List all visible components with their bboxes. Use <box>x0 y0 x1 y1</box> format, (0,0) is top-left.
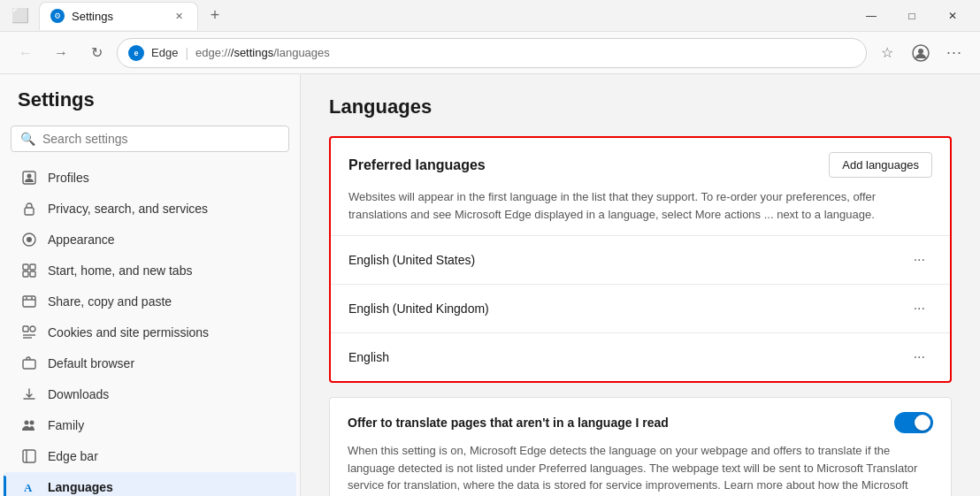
translate-toggle[interactable] <box>894 412 933 433</box>
svg-point-6 <box>27 237 32 242</box>
svg-text:A: A <box>24 481 33 494</box>
start-icon <box>21 263 37 279</box>
preferred-languages-desc: Websites will appear in the first langua… <box>331 188 950 236</box>
sidebar-label-edgebar: Edge bar <box>48 449 98 463</box>
profiles-icon <box>21 170 37 186</box>
privacy-icon <box>21 201 37 217</box>
sidebar-item-languages[interactable]: A Languages <box>4 472 296 496</box>
sidebar-label-privacy: Privacy, search, and services <box>48 202 208 216</box>
sidebar-item-share[interactable]: Share, copy and paste <box>4 286 296 317</box>
downloads-icon <box>21 386 37 402</box>
sidebar-item-profiles[interactable]: Profiles <box>4 163 296 193</box>
family-icon <box>21 417 37 433</box>
brand-name: Edge <box>151 46 178 59</box>
sidebar-item-family[interactable]: Family <box>4 410 296 440</box>
sidebar-icon: ⬜ <box>11 7 29 24</box>
edge-logo-icon: e <box>128 45 144 61</box>
favorites-button[interactable]: ☆ <box>872 38 902 68</box>
language-more-button-1[interactable]: ··· <box>907 297 932 320</box>
add-languages-button[interactable]: Add languages <box>829 152 932 178</box>
tab-close-button[interactable]: ✕ <box>171 8 187 24</box>
search-input[interactable] <box>42 132 279 146</box>
svg-point-3 <box>27 174 32 179</box>
section-header: Preferred languages Add languages <box>331 138 950 188</box>
title-bar: ⬜ ⚙ Settings ✕ + — □ ✕ <box>0 0 980 32</box>
svg-point-15 <box>25 421 29 425</box>
new-tab-button[interactable]: + <box>202 3 228 29</box>
sidebar-item-edgebar[interactable]: Edge bar <box>4 441 296 471</box>
sidebar-title: Settings <box>0 88 300 126</box>
sidebar-item-downloads[interactable]: Downloads <box>4 379 296 409</box>
translate-header: Offer to translate pages that aren't in … <box>348 412 933 433</box>
svg-point-16 <box>30 421 34 425</box>
language-name-0: English (United States) <box>348 253 475 267</box>
language-name-1: English (United Kingdom) <box>348 301 489 316</box>
sidebar-toggle-btn[interactable]: ⬜ <box>7 3 34 29</box>
svg-rect-12 <box>23 326 28 332</box>
content-area: Languages Preferred languages Add langua… <box>301 74 980 496</box>
address-text: edge:///settings/languages <box>195 46 855 59</box>
page-title: Languages <box>329 95 952 118</box>
svg-rect-10 <box>30 271 35 277</box>
language-more-button-2[interactable]: ··· <box>907 346 932 369</box>
sidebar-label-downloads: Downloads <box>48 387 109 401</box>
translate-card: Offer to translate pages that aren't in … <box>329 397 952 496</box>
edgebar-icon <box>21 448 37 464</box>
nav-bar: ← → ↻ e Edge | edge:///settings/language… <box>0 32 980 74</box>
search-box[interactable]: 🔍 <box>11 126 289 152</box>
search-icon: 🔍 <box>20 132 35 146</box>
share-icon <box>21 294 37 309</box>
sidebar-label-profiles: Profiles <box>48 171 89 185</box>
close-button[interactable]: ✕ <box>932 2 973 30</box>
more-button[interactable]: ··· <box>939 38 969 68</box>
default-icon <box>21 355 37 371</box>
language-item-2: English ··· <box>331 333 950 381</box>
appearance-icon <box>21 232 37 248</box>
sidebar: Settings 🔍 Profiles Privacy, search, and… <box>0 74 301 496</box>
translate-title: Offer to translate pages that aren't in … <box>348 416 880 430</box>
preferred-languages-title: Preferred languages <box>348 157 486 173</box>
svg-rect-11 <box>23 296 35 307</box>
svg-rect-4 <box>25 208 34 215</box>
sidebar-item-appearance[interactable]: Appearance <box>4 225 296 255</box>
sidebar-item-privacy[interactable]: Privacy, search, and services <box>4 194 296 224</box>
window-controls: — □ ✕ <box>851 2 973 30</box>
nav-right-buttons: ☆ ··· <box>872 38 969 68</box>
sidebar-label-start: Start, home, and new tabs <box>48 263 192 278</box>
sidebar-item-default[interactable]: Default browser <box>4 348 296 378</box>
maximize-button[interactable]: □ <box>892 2 932 30</box>
svg-rect-9 <box>23 271 28 277</box>
address-bold: /settings <box>231 46 273 59</box>
minimize-button[interactable]: — <box>851 2 892 30</box>
tab-title: Settings <box>72 10 113 23</box>
sidebar-label-default: Default browser <box>48 356 134 370</box>
cookies-icon <box>21 324 37 340</box>
sidebar-label-share: Share, copy and paste <box>48 294 172 309</box>
back-button[interactable]: ← <box>11 38 41 68</box>
settings-tab[interactable]: ⚙ Settings ✕ <box>39 2 198 30</box>
preferred-languages-card: Preferred languages Add languages Websit… <box>329 136 952 383</box>
sidebar-label-cookies: Cookies and site permissions <box>48 325 209 340</box>
refresh-button[interactable]: ↻ <box>81 38 111 68</box>
language-name-2: English <box>348 350 389 364</box>
svg-point-13 <box>30 326 35 332</box>
sidebar-item-cookies[interactable]: Cookies and site permissions <box>4 317 296 347</box>
language-item-1: English (United Kingdom) ··· <box>331 285 950 333</box>
svg-rect-17 <box>23 450 35 462</box>
address-separator: | <box>185 46 188 60</box>
sidebar-label-languages: Languages <box>48 480 113 494</box>
toggle-thumb <box>915 415 930 431</box>
forward-button[interactable]: → <box>46 38 76 68</box>
main-layout: Settings 🔍 Profiles Privacy, search, and… <box>0 74 980 496</box>
sidebar-item-start[interactable]: Start, home, and new tabs <box>4 256 296 286</box>
sidebar-label-family: Family <box>48 418 84 432</box>
language-more-button-0[interactable]: ··· <box>907 248 932 271</box>
translate-description: When this setting is on, Microsoft Edge … <box>348 442 933 496</box>
address-bar[interactable]: e Edge | edge:///settings/languages <box>117 38 867 68</box>
sidebar-label-appearance: Appearance <box>48 233 115 247</box>
address-scheme: edge:// <box>195 46 231 59</box>
svg-rect-8 <box>30 264 35 270</box>
tab-favicon: ⚙ <box>50 9 65 23</box>
svg-rect-7 <box>23 264 28 270</box>
profile-button[interactable] <box>906 38 936 68</box>
